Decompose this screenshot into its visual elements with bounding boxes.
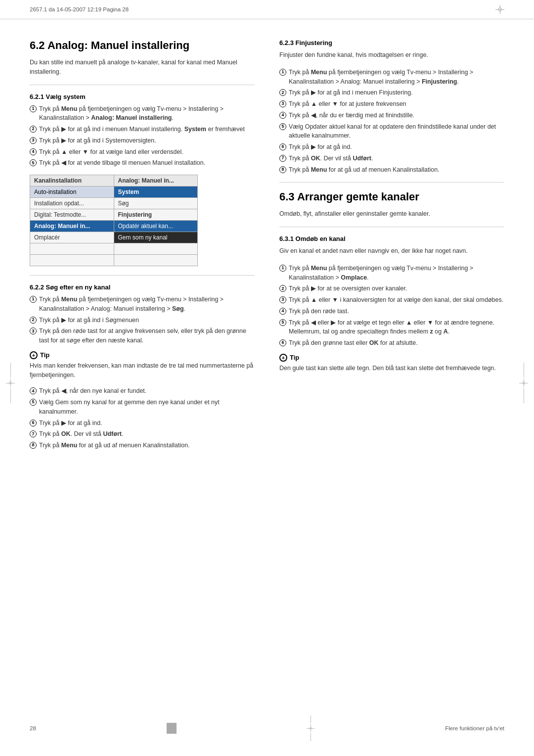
table-cell-1: Digital: Testmodte... (30, 209, 114, 221)
step-text: Tryk på Menu på fjernbetjeningen og vælg… (289, 68, 504, 87)
step-num: 4 (30, 387, 37, 394)
steps-6-2-3: 1 Tryk på Menu på fjernbetjeningen og væ… (279, 68, 504, 175)
footer: 28 Flere funktioner på tv'et (0, 715, 534, 741)
step-num: 2 (30, 126, 37, 133)
step-num: 1 (30, 105, 37, 112)
step-num: 7 (279, 155, 286, 162)
step-text: Tryk på ▲ eller ▼ for at vælge land elle… (39, 147, 183, 157)
subsection-6-2-1-title: 6.2.1 Vælg system (30, 93, 255, 100)
right-column: 6.2.3 Finjustering Finjuster den fundne … (279, 39, 504, 456)
step-text: Tryk på Menu for at gå ud af menuen Kana… (39, 441, 190, 450)
list-item: 5 Vælg Opdater aktuel kanal for at opdat… (279, 122, 504, 141)
list-item: 1 Tryk på Menu på fjernbetjeningen og væ… (279, 264, 504, 283)
list-item: 4 Tryk på ◀, når den nye kanal er fundet… (30, 386, 255, 396)
section-6-3-title: 6.3 Arranger gemte kanaler (279, 190, 504, 203)
step-num: 1 (279, 69, 286, 76)
step-num: 3 (30, 137, 37, 144)
table-cell-2: System (114, 187, 198, 198)
table-cell-1: Installation opdat... (30, 198, 114, 209)
tip-box-6-2-2: + Tip Hvis man kender frekvensen, kan ma… (30, 351, 255, 380)
header-bar: 2657.1 da 14-05-2007 12:19 Pagina 28 (0, 0, 534, 19)
table-cell-empty-2 (114, 243, 198, 255)
list-item: 3 Tryk på ▲ eller ▼ for at justere frekv… (279, 99, 504, 109)
list-item: 2 Tryk på ▶ for at gå ind i menuen Finju… (279, 88, 504, 97)
table-cell-2: Finjustering (114, 209, 198, 221)
table-row-empty (30, 243, 198, 255)
step-num: 6 (30, 420, 37, 426)
step-text: Vælg Opdater aktuel kanal for at opdater… (289, 122, 504, 141)
subsection-6-2-3: 6.2.3 Finjustering Finjuster den fundne … (279, 39, 504, 174)
table-cell-1: Omplacér (30, 232, 114, 243)
list-item: 8 Tryk på Menu for at gå ud af menuen Ka… (279, 165, 504, 175)
step-text: Tryk på ▶ for at gå ind. (289, 142, 352, 152)
table-row-empty-2 (30, 255, 198, 266)
table-col-header-1: Kanalinstallation (30, 175, 114, 187)
table-cell-1: Auto-installation (30, 187, 114, 198)
table-cell-empty-3 (30, 255, 114, 266)
table-row: Omplacér Gem som ny kanal (30, 232, 198, 243)
page-number: 28 (30, 725, 36, 731)
step-text: Tryk på ◀, når du er færdig med at finin… (289, 111, 414, 120)
menu-screenshot-table: Kanalinstallation Analog: Manuel in... A… (30, 175, 198, 266)
step-num: 2 (30, 317, 37, 324)
step-num: 3 (279, 296, 286, 303)
step-text: Vælg Gem som ny kanal for at gemme den n… (39, 398, 255, 417)
steps-6-2-1: 1 Tryk på Menu på fjernbetjeningen og væ… (30, 104, 255, 168)
step-num: 5 (279, 123, 286, 130)
step-text: Tryk på ◀ for at vende tilbage til menue… (39, 158, 205, 168)
tip-box-6-3-1: + Tip Den gule tast kan slette alle tegn… (279, 354, 504, 373)
list-item: 1 Tryk på Menu på fjernbetjeningen og væ… (279, 68, 504, 87)
list-item: 4 Tryk på den røde tast. (279, 307, 504, 316)
step-text: Tryk på ◀ eller ▶ for at vælge et tegn e… (289, 318, 504, 337)
step-num: 4 (279, 308, 286, 315)
list-item: 6 Tryk på den grønne tast eller OK for a… (279, 338, 504, 348)
section-6-3: 6.3 Arranger gemte kanaler Omdøb, flyt, … (279, 190, 504, 373)
list-item: 8 Tryk på Menu for at gå ud af menuen Ka… (30, 441, 255, 450)
subsection-6-3-1-title: 6.3.1 Omdøb en kanal (279, 235, 504, 242)
table-cell-empty-1 (30, 243, 114, 255)
list-item: 3 Tryk på den røde tast for at angive fr… (30, 327, 255, 345)
divider-right-1 (279, 182, 504, 183)
section-6-2-intro: Du kan stille ind manuelt på analoge tv-… (30, 58, 255, 77)
divider-1 (30, 85, 255, 85)
step-text: Tryk på Menu på fjernbetjeningen og vælg… (289, 264, 504, 283)
step-text: Tryk på ▶ for at gå ind i Søgmenuen (39, 316, 139, 325)
table-cell-2: Søg (114, 198, 198, 209)
step-num: 3 (279, 100, 286, 107)
tip-title: + Tip (30, 351, 255, 359)
step-num: 7 (30, 430, 37, 437)
footer-right-text: Flere funktioner på tv'et (445, 725, 504, 731)
step-text: Tryk på ▶ for at se oversigten over kana… (289, 284, 407, 293)
table-cell-1: Analog: Manuel in... (30, 221, 114, 232)
step-num: 2 (279, 285, 286, 292)
step-num: 8 (30, 442, 37, 449)
subsection-6-2-1: 6.2.1 Vælg system 1 Tryk på Menu på fjer… (30, 93, 255, 168)
list-item: 3 Tryk på ▲ eller ▼ i kanaloversigten fo… (279, 295, 504, 305)
tip-icon: + (279, 354, 287, 362)
list-item: 2 Tryk på ▶ for at gå ind i menuen Manue… (30, 125, 255, 134)
step-num: 1 (30, 296, 37, 303)
subsection-6-2-3-intro: Finjuster den fundne kanal, hvis modtage… (279, 50, 504, 60)
table-cell-2: Opdatér aktuel kan... (114, 221, 198, 232)
list-item: 3 Tryk på ▶ for at gå ind i Systemoversi… (30, 136, 255, 145)
table-cell-empty-4 (114, 255, 198, 266)
tip-icon: + (30, 351, 38, 359)
steps-6-2-2a: 1 Tryk på Menu på fjernbetjeningen og væ… (30, 295, 255, 345)
step-text: Tryk på ◀, når den nye kanal er fundet. (39, 386, 146, 396)
step-text: Tryk på OK. Der vil stå Udført. (289, 154, 373, 163)
left-column: 6.2 Analog: Manuel installering Du kan s… (30, 39, 255, 456)
step-num: 5 (279, 319, 286, 326)
list-item: 6 Tryk på ▶ for at gå ind. (30, 419, 255, 428)
steps-6-2-2b: 4 Tryk på ◀, når den nye kanal er fundet… (30, 386, 255, 450)
step-text: Tryk på OK. Der vil stå Udført. (39, 429, 123, 439)
step-text: Tryk på ▶ for at gå ind i Systemoversigt… (39, 136, 156, 145)
step-num: 3 (30, 328, 37, 334)
divider-right-2 (279, 227, 504, 227)
table-row: Digital: Testmodte... Finjustering (30, 209, 198, 221)
step-num: 5 (30, 399, 37, 406)
list-item: 5 Tryk på ◀ for at vende tilbage til men… (30, 158, 255, 168)
subsection-6-2-2: 6.2.2 Søg efter en ny kanal 1 Tryk på Me… (30, 284, 255, 450)
step-text: Tryk på ▶ for at gå ind i menuen Manuel … (39, 125, 245, 134)
step-text: Tryk på Menu for at gå ud af menuen Kana… (289, 165, 440, 175)
step-text: Tryk på ▶ for at gå ind i menuen Finjust… (289, 88, 413, 97)
